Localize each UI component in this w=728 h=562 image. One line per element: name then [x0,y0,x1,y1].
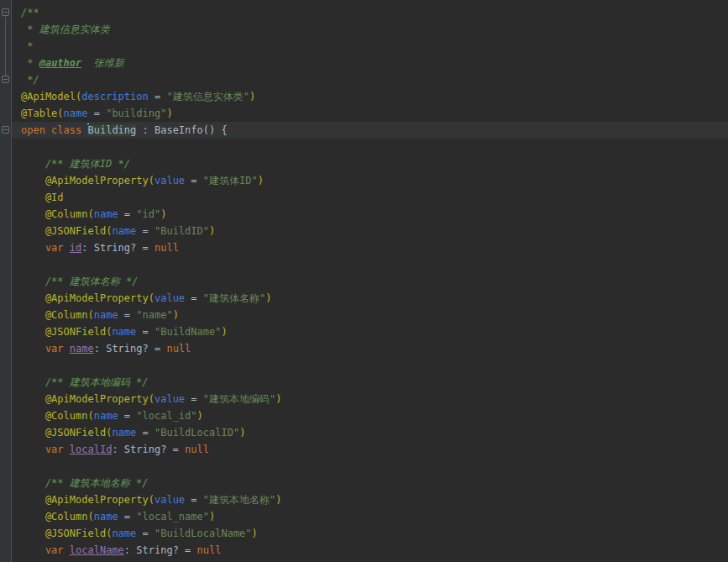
code-line[interactable]: /** [12,4,728,21]
code-token-ann: ) [258,175,264,186]
code-line[interactable]: var localId: String? = null [12,441,728,458]
code-token-str: "建筑本地编码" [203,393,275,405]
code-token-ann: @ApiModel( [21,91,81,102]
code-line[interactable]: @Table(name = "building") [12,105,728,122]
code-token-plain: = [136,528,155,539]
code-token-kw: null [155,242,179,254]
code-token-ann: @Column( [21,410,94,422]
fold-collapse-icon[interactable] [2,8,9,16]
code-token-cmt: /** 建筑本地名称 */ [21,477,148,489]
code-token-ann: @JSONField( [21,225,112,237]
code-token-plain: : BaseInfo() { [136,124,227,136]
code-token-kw: null [166,343,191,355]
code-line[interactable]: /** 建筑体名称 */ [12,273,728,290]
code-line[interactable]: */ [12,71,728,88]
code-token-str: "local_id" [136,410,196,422]
code-token-ann: ) [275,494,281,506]
code-token-plain: = [185,175,203,186]
code-token-cmt: * [21,57,39,69]
code-token-ann: @ApiModelProperty( [21,292,155,304]
code-token-named: description [81,91,148,102]
code-token-plain: = [149,91,167,102]
code-line[interactable]: @ApiModelProperty(value = "建筑本地名称") [12,491,728,508]
code-line[interactable]: @ApiModel(description = "建筑信息实体类") [12,88,728,105]
code-token-named: value [155,393,185,405]
code-token-ann: @JSONField( [21,427,112,439]
code-line[interactable]: var id: String? = null [12,239,728,256]
code-token-cmt: 张维新 [81,57,123,69]
code-token-cmt: * 建筑信息实体类 [21,24,110,35]
code-token-ann: @JSONField( [21,528,112,539]
code-token-cmt: * [21,40,33,52]
code-token-str: "BuildLocalID" [155,427,239,439]
code-token-named: name [94,511,118,523]
code-token-ann: ) [239,427,245,439]
code-token-plain: = [136,225,155,237]
code-line[interactable] [12,139,728,155]
code-token-plain: = [118,309,137,321]
code-token-str: "local_name" [136,511,209,523]
code-token-str: "BuildLocalName" [155,528,252,539]
code-token-plain: = [87,108,106,119]
code-line[interactable]: var localName: String? = null [12,542,728,559]
code-token-named: name [64,108,88,119]
code-token-prop: id [70,242,81,254]
code-token-cmt: /** 建筑本地编码 */ [21,376,148,388]
code-line[interactable]: @Column(name = "local_id") [12,407,728,424]
code-line[interactable]: @JSONField(name = "BuildName") [12,323,728,340]
code-token-cmt: /** 建筑体ID */ [21,158,130,170]
code-token-named: name [112,326,136,338]
fold-region-end-icon[interactable] [2,76,9,83]
code-token-ann: @ApiModelProperty( [21,175,155,186]
code-token-plain: = [185,494,203,506]
code-token-doctag: @author [39,57,82,69]
code-token-plain: : String? = [94,343,167,355]
code-line[interactable]: @JSONField(name = "BuildID") [12,223,728,239]
code-token-ann: @JSONField( [21,326,112,338]
code-token-ann: ) [209,225,215,237]
code-token-ann: ) [197,410,203,422]
code-line[interactable]: /** 建筑体ID */ [12,155,728,172]
code-line[interactable]: * [12,38,728,55]
code-line[interactable]: @JSONField(name = "BuildLocalName") [12,525,728,542]
code-line[interactable]: @ApiModelProperty(value = "建筑本地编码") [12,391,728,407]
code-line[interactable]: @ApiModelProperty(value = "建筑体ID") [12,172,728,189]
code-line[interactable]: @Id [12,189,728,206]
code-token-named: name [112,427,136,439]
code-token-prop: localName [70,544,124,556]
code-token-plain: = [136,427,155,439]
code-line[interactable]: @Column(name = "id") [12,206,728,223]
code-line[interactable]: @ApiModelProperty(value = "建筑体名称") [12,290,728,307]
code-line[interactable]: var name: String? = null [12,340,728,357]
code-token-plain: = [118,208,137,220]
code-token-str: "建筑本地名称" [203,494,275,506]
code-line[interactable]: * @author 张维新 [12,55,728,71]
code-token-plain: = [185,292,203,304]
code-token-kw: var [21,544,70,556]
code-line[interactable]: * 建筑信息实体类 [12,21,728,38]
code-token-ann: @Column( [21,309,94,321]
code-line[interactable]: @Column(name = "local_name") [12,508,728,525]
code-token-named: value [155,292,185,304]
code-line[interactable] [12,357,728,374]
code-token-cmt: /** [21,7,39,18]
code-line-active[interactable]: open class Building : BaseInfo() { [12,122,728,139]
fold-collapse-icon[interactable] [2,126,9,134]
code-line[interactable]: @JSONField(name = "BuildLocalID") [12,424,728,441]
code-token-str: "建筑信息实体类" [166,91,249,102]
code-line[interactable] [12,458,728,475]
code-editor: /** * 建筑信息实体类 * * @author 张维新 */@ApiMode… [0,0,728,562]
code-token-kw: open class [21,124,87,136]
code-line[interactable]: @Column(name = "name") [12,307,728,323]
code-token-named: value [155,175,185,186]
code-line[interactable]: /** 建筑本地编码 */ [12,374,728,391]
code-token-str: "building" [106,108,166,119]
code-line[interactable]: /** 建筑本地名称 */ [12,475,728,491]
code-token-kw: null [197,544,222,556]
code-token-ann: @ApiModelProperty( [21,393,155,405]
code-token-named: name [94,309,118,321]
code-line[interactable] [12,256,728,273]
code-token-named: name [94,208,118,220]
code-token-ann: @Column( [21,511,94,523]
code-token-str: "BuildID" [155,225,209,237]
